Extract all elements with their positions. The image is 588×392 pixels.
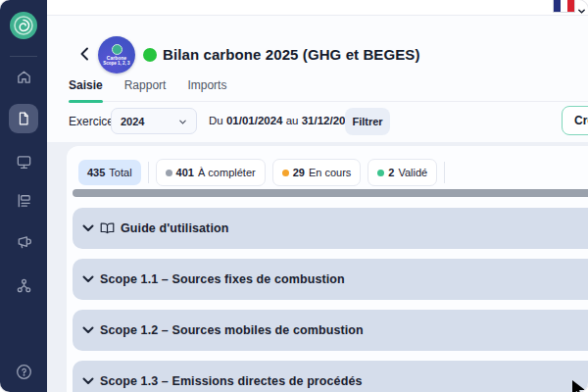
period-connector: au: [286, 115, 299, 126]
app-window: Carbone Scope 1, 2, 3 Bilan carbone 2025…: [0, 0, 588, 392]
tab-saisie[interactable]: Saisie: [69, 78, 103, 101]
exercice-year-value: 2024: [121, 116, 178, 127]
monitor-icon: [16, 154, 32, 174]
accordion-scope-1-1[interactable]: Scope 1.1 – Sources fixes de combustion: [73, 259, 588, 300]
sidebar-item-monitor[interactable]: [0, 154, 47, 174]
stat-valide-label: Validé: [398, 167, 427, 178]
help-icon: [16, 364, 32, 384]
period-prefix: Du: [209, 115, 223, 126]
chevron-down-icon: [82, 224, 94, 232]
app-logo: [10, 12, 37, 39]
accordion-scope-1-2[interactable]: Scope 1.2 – Sources mobiles de combustio…: [73, 310, 588, 351]
stat-en-cours-value: 29: [293, 167, 305, 178]
project-avatar[interactable]: Carbone Scope 1, 2, 3: [98, 36, 135, 74]
sidebar: [0, 0, 47, 392]
stat-en-cours[interactable]: 29 En cours: [272, 159, 362, 186]
horizontal-scrollbar[interactable]: [73, 189, 588, 197]
create-button[interactable]: Créer: [562, 106, 588, 135]
sidebar-item-documents[interactable]: [9, 104, 38, 133]
stat-a-completer[interactable]: 401 À compléter: [156, 159, 266, 186]
flag-white-stripe: [561, 0, 567, 12]
stat-total-value: 435: [87, 167, 105, 178]
sidebar-item-announcements[interactable]: [0, 234, 47, 255]
exercice-year-select[interactable]: 2024: [111, 108, 197, 134]
stats-divider: [444, 162, 445, 183]
stat-valide-value: 2: [388, 167, 394, 178]
back-button[interactable]: [76, 46, 92, 62]
content-panel: 435 Total 401 À compléter 29 En cours 2: [47, 142, 588, 392]
chevron-down-icon: [82, 275, 94, 283]
exercice-label: Exercice: [69, 115, 114, 128]
avatar-line2: Scope 1, 2, 3: [103, 61, 129, 67]
sidebar-item-reports[interactable]: [0, 192, 47, 213]
stat-valide[interactable]: 2 Validé: [368, 159, 437, 186]
avatar-logo-icon: [112, 44, 122, 55]
chevron-down-icon: [178, 113, 187, 130]
status-dot: [143, 48, 157, 62]
book-icon: [100, 222, 115, 234]
accordion-title: Scope 1.2 – Sources mobiles de combustio…: [100, 323, 364, 337]
home-icon: [16, 69, 32, 89]
green-dot-icon: [377, 170, 384, 176]
filter-button[interactable]: Filtrer: [345, 108, 390, 135]
period-start-date: 01/01/2024: [226, 115, 283, 126]
tab-bar: Saisie Rapport Imports: [69, 78, 588, 102]
language-selector-fr-flag[interactable]: [554, 0, 574, 12]
report-list-icon: [16, 192, 32, 213]
chevron-down-icon[interactable]: [577, 2, 586, 20]
status-summary: 435 Total 401 À compléter 29 En cours 2: [78, 159, 445, 186]
page-title: Bilan carbone 2025 (GHG et BEGES): [163, 46, 420, 63]
sidebar-item-organization[interactable]: [0, 277, 47, 298]
org-chart-icon: [16, 277, 32, 298]
stats-divider: [148, 162, 149, 183]
sidebar-divider: [10, 56, 37, 57]
stat-a-completer-value: 401: [176, 167, 194, 178]
accordion-guide[interactable]: Guide d'utilisation: [73, 208, 588, 249]
stat-total[interactable]: 435 Total: [78, 160, 141, 185]
mouse-cursor: [570, 378, 588, 392]
orange-dot-icon: [282, 170, 289, 176]
chevron-down-icon: [82, 326, 94, 334]
chevron-down-icon: [82, 377, 94, 385]
flag-red-stripe: [567, 0, 574, 12]
megaphone-icon: [16, 234, 32, 255]
stat-a-completer-label: À compléter: [198, 167, 256, 178]
accordion-title: Scope 1.3 – Emissions directes de procéd…: [100, 374, 363, 388]
stat-total-label: Total: [109, 167, 131, 178]
accordion-title: Scope 1.1 – Sources fixes de combustion: [100, 272, 345, 286]
stat-en-cours-label: En cours: [309, 167, 351, 178]
sidebar-item-home[interactable]: [0, 69, 47, 89]
period-text: Du 01/01/2024 au 31/12/2024: [209, 115, 358, 126]
tab-rapport[interactable]: Rapport: [124, 78, 167, 101]
gray-dot-icon: [166, 170, 172, 176]
accordion-scope-1-3[interactable]: Scope 1.3 – Emissions directes de procéd…: [73, 361, 588, 392]
tab-imports[interactable]: Imports: [187, 78, 226, 101]
entries-card: 435 Total 401 À compléter 29 En cours 2: [67, 146, 588, 392]
topbar: [47, 0, 588, 16]
sidebar-item-help[interactable]: [0, 364, 47, 384]
flag-blue-stripe: [554, 0, 561, 12]
accordion-title: Guide d'utilisation: [121, 221, 228, 235]
